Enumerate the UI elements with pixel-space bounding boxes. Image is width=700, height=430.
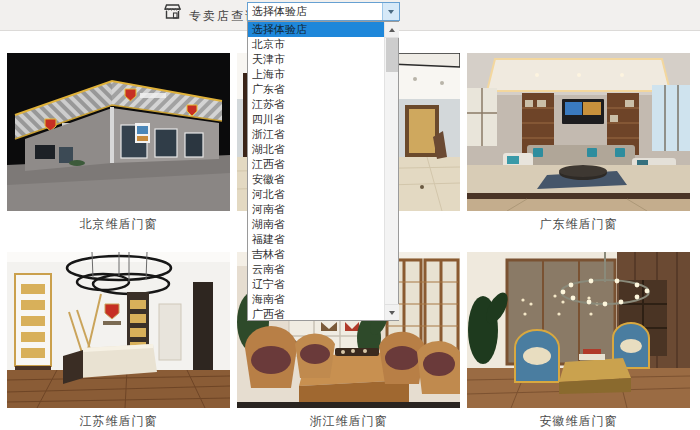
store-card-anhui: 安徽维盾门窗 (467, 252, 690, 428)
store-photo-beijing[interactable] (7, 53, 230, 211)
dropdown-option[interactable]: 河南省 (248, 202, 385, 217)
store-caption: 浙江维盾门窗 (237, 413, 460, 428)
dropdown-option[interactable]: 北京市 (248, 37, 385, 52)
dropdown-option-selected[interactable]: 选择体验店 (248, 22, 385, 37)
chevron-up-icon (389, 28, 395, 32)
dropdown-scrollbar[interactable] (384, 22, 398, 320)
store-photo-anhui[interactable] (467, 252, 690, 408)
store-caption: 江苏维盾门窗 (7, 413, 230, 428)
store-locator-page: 专卖店查询 选择体验店 (0, 0, 700, 430)
dropdown-option[interactable]: 安徽省 (248, 172, 385, 187)
chevron-down-icon (389, 311, 395, 315)
dropdown-option[interactable]: 湖北省 (248, 142, 385, 157)
dropdown-option[interactable]: 福建省 (248, 232, 385, 247)
dropdown-option[interactable]: 江苏省 (248, 97, 385, 112)
store-card-jiangsu: 江苏维盾门窗 (7, 252, 230, 428)
select-current-value: 选择体验店 (252, 4, 307, 19)
dropdown-option[interactable]: 浙江省 (248, 127, 385, 142)
dropdown-option[interactable]: 广西省 (248, 307, 385, 322)
dropdown-option[interactable]: 广东省 (248, 82, 385, 97)
store-caption: 广东维盾门窗 (467, 216, 690, 231)
dropdown-option[interactable]: 吉林省 (248, 247, 385, 262)
store-caption: 北京维盾门窗 (7, 216, 230, 231)
scroll-down-button[interactable] (385, 304, 399, 320)
experience-store-dropdown: 选择体验店 北京市 天津市 上海市 广东省 江苏省 四川省 浙江省 湖北省 江西… (247, 21, 399, 321)
store-caption: 安徽维盾门窗 (467, 413, 690, 428)
store-photo-jiangsu[interactable] (7, 252, 230, 408)
scrollbar-thumb[interactable] (386, 38, 398, 72)
select-arrow-button[interactable] (382, 3, 399, 20)
store-photo-guangdong[interactable] (467, 53, 690, 211)
store-card-beijing: 北京维盾门窗 (7, 53, 230, 231)
store-card-guangdong: 广东维盾门窗 (467, 53, 690, 231)
dropdown-option[interactable]: 海南省 (248, 292, 385, 307)
chevron-down-icon (388, 10, 394, 14)
dropdown-option[interactable]: 湖南省 (248, 217, 385, 232)
experience-store-select[interactable]: 选择体验店 (247, 2, 400, 21)
dropdown-option[interactable]: 云南省 (248, 262, 385, 277)
dropdown-option[interactable]: 天津市 (248, 52, 385, 67)
dropdown-option[interactable]: 辽宁省 (248, 277, 385, 292)
scroll-up-button[interactable] (385, 22, 399, 38)
dropdown-option[interactable]: 上海市 (248, 67, 385, 82)
dropdown-option[interactable]: 江西省 (248, 157, 385, 172)
storefront-icon (164, 4, 181, 19)
dropdown-option[interactable]: 河北省 (248, 187, 385, 202)
dropdown-option[interactable]: 四川省 (248, 112, 385, 127)
